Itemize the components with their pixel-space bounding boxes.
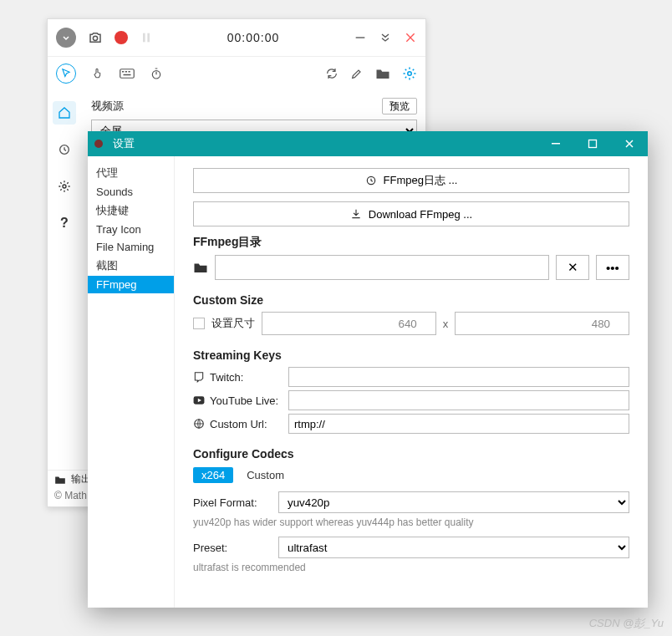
nav-tray-icon[interactable]: Tray Icon bbox=[88, 221, 174, 238]
settings-titlebar: 设置 bbox=[88, 131, 648, 156]
settings-nav: 代理 Sounds 快捷键 Tray Icon File Naming 截图 F… bbox=[88, 156, 175, 608]
settings-pane: FFmpeg日志 ... Download FFmpeg ... FFmpeg目… bbox=[175, 156, 648, 608]
rail-settings[interactable] bbox=[53, 175, 76, 198]
width-input[interactable] bbox=[262, 312, 436, 335]
svg-rect-4 bbox=[120, 69, 135, 78]
folder-icon bbox=[193, 261, 208, 274]
recorder-topbar: 00:00:00 bbox=[48, 19, 425, 56]
gear-icon[interactable] bbox=[402, 66, 417, 81]
recorder-toolbar bbox=[48, 56, 425, 89]
preset-hint: ultrafast is recommended bbox=[193, 562, 629, 573]
by-label: x bbox=[443, 318, 449, 330]
win-maximize-button[interactable] bbox=[574, 131, 611, 156]
brush-icon[interactable] bbox=[350, 67, 364, 80]
height-input[interactable] bbox=[455, 312, 629, 335]
svg-rect-13 bbox=[552, 143, 560, 145]
folder-small-icon bbox=[54, 475, 66, 485]
streaming-title: Streaming Keys bbox=[193, 349, 629, 362]
nav-file-naming[interactable]: File Naming bbox=[88, 238, 174, 256]
svg-rect-5 bbox=[122, 71, 124, 73]
tab-custom[interactable]: Custom bbox=[238, 467, 293, 483]
download-ffmpeg-label: Download FFmpeg ... bbox=[369, 208, 472, 221]
keyboard-icon[interactable] bbox=[120, 68, 135, 79]
custom-size-title: Custom Size bbox=[193, 293, 629, 307]
codecs-title: Configure Codecs bbox=[193, 447, 629, 460]
svg-rect-7 bbox=[129, 71, 130, 73]
settings-title: 设置 bbox=[113, 136, 135, 151]
nav-screenshot[interactable]: 截图 bbox=[88, 256, 174, 276]
close-icon[interactable] bbox=[404, 31, 417, 44]
video-source-label: 视频源 bbox=[91, 99, 124, 114]
titlebar-dot-icon bbox=[94, 140, 103, 148]
folder-icon[interactable] bbox=[375, 67, 390, 80]
set-size-checkbox[interactable] bbox=[193, 318, 205, 329]
timer-display: 00:00:00 bbox=[165, 31, 342, 44]
globe-icon bbox=[193, 418, 205, 430]
cursor-icon[interactable] bbox=[56, 64, 76, 84]
svg-point-10 bbox=[408, 71, 412, 75]
svg-point-12 bbox=[63, 185, 66, 188]
history-icon bbox=[365, 175, 377, 186]
custom-url-label: Custom Url: bbox=[210, 418, 267, 430]
left-rail: ? bbox=[48, 93, 81, 506]
svg-rect-1 bbox=[143, 33, 145, 43]
minimize-icon[interactable] bbox=[354, 31, 367, 44]
preview-button[interactable]: 预览 bbox=[382, 98, 417, 114]
rail-help[interactable]: ? bbox=[53, 211, 76, 235]
download-icon bbox=[350, 208, 362, 220]
record-button[interactable] bbox=[115, 31, 128, 44]
win-minimize-button[interactable] bbox=[537, 131, 574, 156]
youtube-input[interactable] bbox=[288, 390, 629, 410]
youtube-label: YouTube Live: bbox=[210, 394, 278, 407]
twitch-input[interactable] bbox=[288, 367, 629, 387]
tab-x264[interactable]: x264 bbox=[193, 467, 233, 483]
pixel-format-select[interactable]: yuv420p bbox=[278, 491, 629, 513]
watermark: CSDN @彭_Yu bbox=[589, 616, 664, 631]
nav-sounds[interactable]: Sounds bbox=[88, 183, 174, 201]
svg-point-0 bbox=[93, 36, 97, 40]
win-close-button[interactable] bbox=[611, 131, 648, 156]
preset-label: Preset: bbox=[193, 542, 268, 554]
stopwatch-icon[interactable] bbox=[150, 67, 163, 80]
ffmpeg-dir-input[interactable] bbox=[215, 255, 549, 280]
download-ffmpeg-button[interactable]: Download FFmpeg ... bbox=[193, 201, 629, 226]
svg-rect-2 bbox=[147, 33, 150, 43]
set-size-label: 设置尺寸 bbox=[211, 316, 255, 331]
ffmpeg-dir-label: FFmpeg目录 bbox=[193, 235, 629, 250]
svg-rect-14 bbox=[589, 140, 597, 148]
pointer-hand-icon[interactable] bbox=[91, 67, 104, 80]
twitch-label: Twitch: bbox=[210, 371, 243, 384]
nav-hotkeys[interactable]: 快捷键 bbox=[88, 201, 174, 221]
camera-icon[interactable] bbox=[88, 30, 103, 45]
chevron-double-down-icon[interactable] bbox=[379, 31, 392, 44]
svg-rect-6 bbox=[125, 71, 127, 73]
nav-proxy[interactable]: 代理 bbox=[88, 163, 174, 183]
nav-ffmpeg[interactable]: FFmpeg bbox=[88, 276, 174, 293]
settings-dialog: 设置 代理 Sounds 快捷键 Tray Icon File Naming 截… bbox=[88, 131, 648, 608]
svg-rect-3 bbox=[356, 37, 365, 38]
rail-home[interactable] bbox=[53, 101, 76, 125]
pause-icon[interactable] bbox=[140, 31, 153, 44]
twitch-icon bbox=[193, 371, 205, 383]
pixel-format-label: Pixel Format: bbox=[193, 496, 268, 509]
preset-select[interactable]: ultrafast bbox=[278, 537, 629, 558]
ffmpeg-log-button[interactable]: FFmpeg日志 ... bbox=[193, 168, 629, 193]
pixel-format-hint: yuv420p has wider support whereas yuv444… bbox=[193, 516, 629, 528]
collapse-circle-icon[interactable] bbox=[56, 28, 76, 48]
rail-history[interactable] bbox=[53, 138, 76, 161]
ffmpeg-log-label: FFmpeg日志 ... bbox=[384, 173, 458, 188]
dir-browse-button[interactable]: ••• bbox=[596, 255, 629, 280]
custom-url-input[interactable] bbox=[288, 414, 629, 434]
refresh-icon[interactable] bbox=[325, 67, 339, 80]
dir-clear-button[interactable]: ✕ bbox=[556, 255, 589, 280]
youtube-icon bbox=[193, 395, 205, 405]
svg-rect-8 bbox=[124, 74, 131, 75]
